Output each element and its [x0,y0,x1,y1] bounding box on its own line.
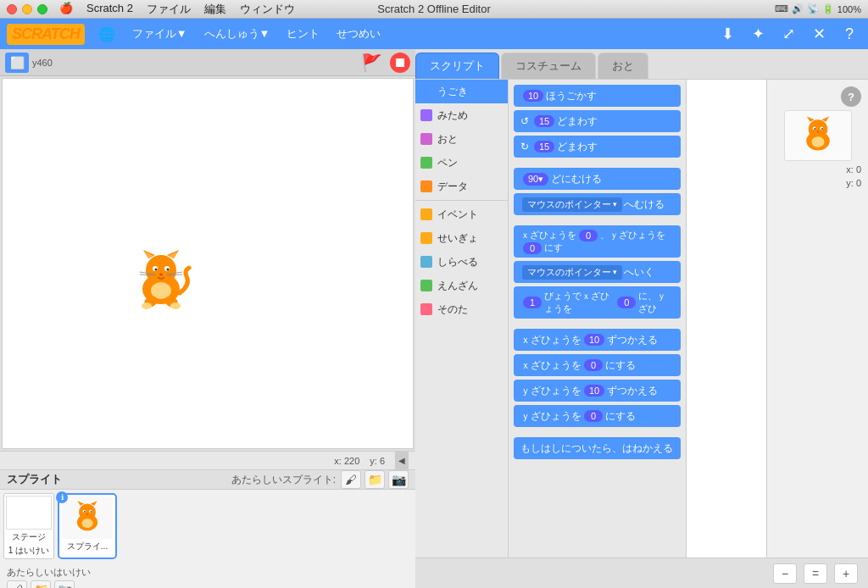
globe-button[interactable]: 🌐 [95,25,119,44]
change-y-input[interactable]: 10 [584,385,604,397]
expand-icon[interactable]: ✦ [746,22,770,46]
category-more[interactable]: そのた [415,297,508,321]
stage-size-icon[interactable]: ⬜ [5,53,29,73]
svg-point-10 [167,269,170,271]
file-menu-button[interactable]: ファイル▼ [129,25,191,43]
stop-button[interactable] [390,53,410,73]
about-button[interactable]: せつめい [333,25,384,43]
category-data[interactable]: データ [415,175,508,198]
zoom-in-button[interactable]: + [834,563,858,584]
script-area[interactable] [687,80,766,557]
hints-button[interactable]: ヒント [283,25,323,43]
category-sensing[interactable]: しらべる [415,250,508,274]
system-menu: 🍎 Scratch 2 ファイル 編集 ウィンドウ [59,2,295,17]
block-turn-left[interactable]: ↺ 15 どまわす [514,110,681,132]
block-change-y[interactable]: ｙざひょうを 10 ずつかえる [514,380,681,402]
sprite-thumbnail[interactable]: ℹ [58,493,117,559]
category-events[interactable]: イベント [415,202,508,226]
window-menu[interactable]: ウィンドウ [240,2,295,17]
block-move-label: ほうごかす [546,89,597,103]
sound-label: おと [437,132,458,147]
glide-x-input[interactable]: 0 [617,297,636,308]
upload-backdrop-button[interactable]: 📁 [31,580,51,588]
category-control[interactable]: せいぎょ [415,226,508,250]
block-set-y[interactable]: ｙざひょうを 0 にする [514,405,681,427]
change-x-input[interactable]: 10 [584,334,604,346]
stage-tool-left: ⬜ y460 [5,53,53,73]
cat-sprite[interactable] [123,247,199,317]
block-goto-xy[interactable]: ｘざひょうを 0 、ｙざひょうを 0 にす [514,225,681,258]
svg-point-2 [146,255,176,286]
paint-new-sprite-button[interactable]: 🖌 [341,470,361,489]
block-turn-right[interactable]: ↻ 15 どまわす [514,136,681,158]
stage-display [3,79,413,448]
zoom-reset-button[interactable]: = [804,563,827,584]
stage-canvas-thumb [6,496,52,530]
goto-x-input[interactable]: 0 [579,230,598,241]
close-icon[interactable]: ✕ [807,22,831,46]
app-name[interactable]: Scratch 2 [86,2,133,17]
goto-y-input[interactable]: 0 [523,242,542,254]
block-set-x[interactable]: ｘざひょうを 0 にする [514,354,681,376]
point-towards-dropdown[interactable]: マウスのポインター [522,197,622,212]
category-pen[interactable]: ペン [415,151,508,175]
set-y-input[interactable]: 0 [584,410,603,422]
stage-canvas[interactable] [2,78,414,449]
block-gap-3 [514,322,681,329]
set-x-input[interactable]: 0 [584,359,603,371]
category-looks[interactable]: みため [415,103,508,127]
turn-left-input[interactable]: 15 [534,115,554,127]
block-point-towards-label: へむける [624,197,665,212]
file-menu-label: ファイル▼ [132,26,187,42]
paint-backdrop-button[interactable]: 🖌 [7,580,27,588]
block-goto[interactable]: マウスのポインター へいく [514,261,681,283]
file-menu[interactable]: ファイル [147,2,191,17]
stage-thumbnail[interactable]: ステージ 1 はいけい [3,493,54,559]
block-change-x[interactable]: ｘざひょうを 10 ずつかえる [514,329,681,351]
help-button[interactable]: ? [841,86,861,107]
category-operators[interactable]: えんざん [415,274,508,297]
block-set-x-label2: にする [605,358,636,373]
maximize-button[interactable] [37,4,47,14]
turn-right-input[interactable]: 15 [534,141,554,153]
move-input[interactable]: 10 [523,90,543,102]
tab-scripts[interactable]: スクリプト [415,53,499,79]
new-backdrop-label: あたらしいはいけい [7,566,409,579]
sprite-badge: ℹ [56,491,68,503]
category-motion[interactable]: うごき [415,80,508,103]
edit-menu-button[interactable]: へんしゅう▼ [201,25,274,43]
toolbar-right: ⬇ ✦ ⤢ ✕ ? [715,22,861,46]
block-change-x-label2: ずつかえる [607,333,658,347]
svg-point-40 [816,131,819,133]
category-sound[interactable]: おと [415,127,508,151]
panels-area: うごき みため おと ペン データ [415,80,868,557]
block-point-towards[interactable]: マウスのポインター へむける [514,193,681,215]
minimize-button[interactable] [22,4,32,14]
tab-sounds[interactable]: おと [598,53,648,79]
apple-menu[interactable]: 🍎 [59,2,73,17]
more-dot [420,303,432,315]
data-dot [420,180,432,192]
looks-label: みため [437,108,468,123]
download-icon[interactable]: ⬇ [715,22,739,46]
direction-input[interactable]: 90▾ [523,173,548,186]
camera-backdrop-button[interactable]: 📷 [54,580,75,588]
block-glide[interactable]: 1 びょうでｘざひょうを 0 に、ｙざひ [514,286,681,319]
green-flag-button[interactable]: 🚩 [359,53,383,73]
block-point-direction[interactable]: 90▾ どにむける [514,168,681,190]
edit-menu[interactable]: 編集 [204,2,226,17]
upload-sprite-button[interactable]: 📁 [364,470,385,489]
close-button[interactable] [7,4,17,14]
zoom-out-button[interactable]: − [773,563,797,584]
block-move[interactable]: 10 ほうごかす [514,85,681,107]
tab-costumes[interactable]: コスチューム [501,53,596,79]
fullscreen-icon[interactable]: ⤢ [776,22,800,46]
help-icon[interactable]: ? [837,22,861,46]
block-if-edge-bounce[interactable]: もしはしについたら、はねかえる [514,437,681,459]
svg-point-32 [808,119,827,139]
collapse-arrow[interactable]: ◀ [395,452,409,470]
sprite-info-svg [793,114,843,157]
camera-sprite-button[interactable]: 📷 [388,470,409,489]
glide-secs-input[interactable]: 1 [523,297,542,308]
goto-dropdown[interactable]: マウスのポインター [522,265,622,280]
